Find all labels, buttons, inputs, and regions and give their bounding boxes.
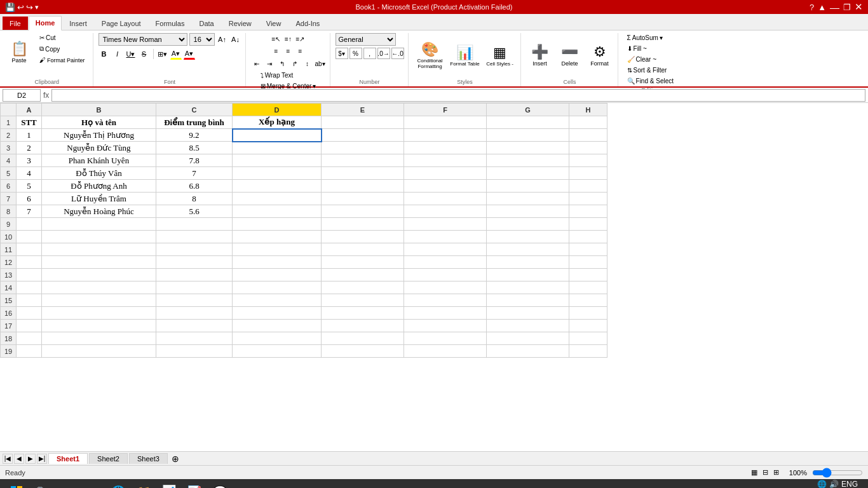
- cell-B10[interactable]: [42, 231, 156, 243]
- row-header-15[interactable]: 15: [1, 294, 17, 307]
- cell-G10[interactable]: [487, 231, 569, 243]
- cell-G18[interactable]: [487, 332, 569, 345]
- row-header-4[interactable]: 4: [1, 154, 17, 167]
- cell-C5[interactable]: 7: [156, 167, 233, 180]
- find-select-button[interactable]: 🔍 Find & Select: [623, 76, 677, 86]
- row-header-6[interactable]: 6: [1, 180, 17, 193]
- last-sheet-btn[interactable]: ▶|: [37, 454, 47, 464]
- tab-page-layout[interactable]: Page Layout: [95, 17, 148, 30]
- cell-E10[interactable]: [322, 231, 404, 243]
- cell-G17[interactable]: [487, 320, 569, 332]
- cell-C19[interactable]: [156, 345, 233, 358]
- cell-styles-button[interactable]: ▦ Cell Styles -: [484, 36, 517, 74]
- cell-H8[interactable]: [569, 205, 607, 218]
- cell-B4[interactable]: Phan Khánh Uyên: [42, 154, 156, 167]
- cell-E12[interactable]: [322, 256, 404, 269]
- cell-G14[interactable]: [487, 281, 569, 294]
- row-header-11[interactable]: 11: [1, 243, 17, 256]
- format-cells-button[interactable]: ⚙ Format: [586, 36, 614, 74]
- tray-network-icon[interactable]: 🌐: [817, 480, 827, 488]
- tab-review[interactable]: Review: [222, 17, 259, 30]
- col-header-B[interactable]: B: [42, 104, 156, 116]
- cell-A4[interactable]: 3: [17, 154, 42, 167]
- cell-E4[interactable]: [322, 154, 404, 167]
- cell-F3[interactable]: [404, 142, 487, 154]
- cell-A10[interactable]: [17, 231, 42, 243]
- cell-C17[interactable]: [156, 320, 233, 332]
- excel-taskbar-btn[interactable]: 📊: [158, 480, 180, 488]
- cell-F2[interactable]: [404, 129, 487, 142]
- fill-color-button[interactable]: A▾: [170, 48, 182, 60]
- cell-C15[interactable]: [156, 294, 233, 307]
- close-icon[interactable]: ✕: [855, 1, 863, 13]
- row-header-14[interactable]: 14: [1, 281, 17, 294]
- cell-E9[interactable]: [322, 218, 404, 231]
- strikethrough-button[interactable]: S: [139, 48, 150, 60]
- font-color-button[interactable]: A▾: [184, 48, 195, 60]
- copy-button[interactable]: ⧉ Copy: [36, 44, 89, 54]
- cell-E11[interactable]: [322, 243, 404, 256]
- tab-home[interactable]: Home: [29, 16, 62, 30]
- cell-B16[interactable]: [42, 307, 156, 320]
- cell-F4[interactable]: [404, 154, 487, 167]
- taskbar-manager-btn[interactable]: ⊞: [81, 480, 104, 488]
- next-sheet-btn[interactable]: ▶: [25, 454, 36, 464]
- cell-D8[interactable]: [233, 205, 322, 218]
- row-header-19[interactable]: 19: [1, 345, 17, 358]
- cell-F1[interactable]: [404, 116, 487, 129]
- wrap-text-button[interactable]: ⤵ Wrap Text: [257, 71, 320, 80]
- row-header-2[interactable]: 2: [1, 129, 17, 142]
- edge-btn[interactable]: 🌐: [107, 480, 130, 488]
- cell-A14[interactable]: [17, 281, 42, 294]
- cell-H15[interactable]: [569, 294, 607, 307]
- row-header-9[interactable]: 9: [1, 218, 17, 231]
- cell-H17[interactable]: [569, 320, 607, 332]
- col-header-F[interactable]: F: [404, 104, 487, 116]
- cell-G12[interactable]: [487, 256, 569, 269]
- cell-D18[interactable]: [233, 332, 322, 345]
- cell-A8[interactable]: 7: [17, 205, 42, 218]
- cell-A3[interactable]: 2: [17, 142, 42, 154]
- cell-A6[interactable]: 5: [17, 180, 42, 193]
- cell-A17[interactable]: [17, 320, 42, 332]
- cell-F19[interactable]: [404, 345, 487, 358]
- cell-D2[interactable]: [233, 129, 322, 142]
- comma-button[interactable]: ,: [363, 48, 376, 59]
- cell-reference-box[interactable]: D2: [3, 89, 41, 102]
- cell-D16[interactable]: [233, 307, 322, 320]
- fill-button[interactable]: ⬇ Fill ~: [623, 44, 651, 53]
- cell-G4[interactable]: [487, 154, 569, 167]
- cell-G5[interactable]: [487, 167, 569, 180]
- cell-D6[interactable]: [233, 180, 322, 193]
- cell-B12[interactable]: [42, 256, 156, 269]
- text-direction2-button[interactable]: ↱: [289, 58, 301, 69]
- search-btn[interactable]: 🔍: [31, 480, 53, 488]
- cell-C10[interactable]: [156, 231, 233, 243]
- page-break-view-icon[interactable]: ⊞: [773, 468, 779, 477]
- save-icon[interactable]: 💾: [5, 3, 15, 12]
- decrease-decimal-button[interactable]: ←.0: [391, 48, 404, 59]
- task-view-btn[interactable]: ⊟: [56, 480, 79, 488]
- cell-E5[interactable]: [322, 167, 404, 180]
- cell-E1[interactable]: [322, 116, 404, 129]
- font-size-select[interactable]: 16: [189, 33, 215, 46]
- col-header-H[interactable]: H: [569, 104, 607, 116]
- windows-start-btn[interactable]: [5, 480, 28, 488]
- cell-C11[interactable]: [156, 243, 233, 256]
- cell-A19[interactable]: [17, 345, 42, 358]
- cell-D12[interactable]: [233, 256, 322, 269]
- cell-A15[interactable]: [17, 294, 42, 307]
- cell-H14[interactable]: [569, 281, 607, 294]
- cell-H13[interactable]: [569, 269, 607, 281]
- sheet-tab-1[interactable]: Sheet1: [48, 453, 88, 464]
- cell-B2[interactable]: Nguyễn Thị Phương: [42, 129, 156, 142]
- percent-button[interactable]: %: [349, 48, 362, 59]
- help-icon[interactable]: ?: [810, 3, 814, 12]
- cell-B7[interactable]: Lữ Huyền Trâm: [42, 193, 156, 205]
- cell-A1[interactable]: STT: [17, 116, 42, 129]
- cell-A12[interactable]: [17, 256, 42, 269]
- qa-dropdown-icon[interactable]: ▾: [35, 3, 39, 11]
- font-size-increase-button[interactable]: A↑: [217, 34, 228, 45]
- cell-C13[interactable]: [156, 269, 233, 281]
- cell-A9[interactable]: [17, 218, 42, 231]
